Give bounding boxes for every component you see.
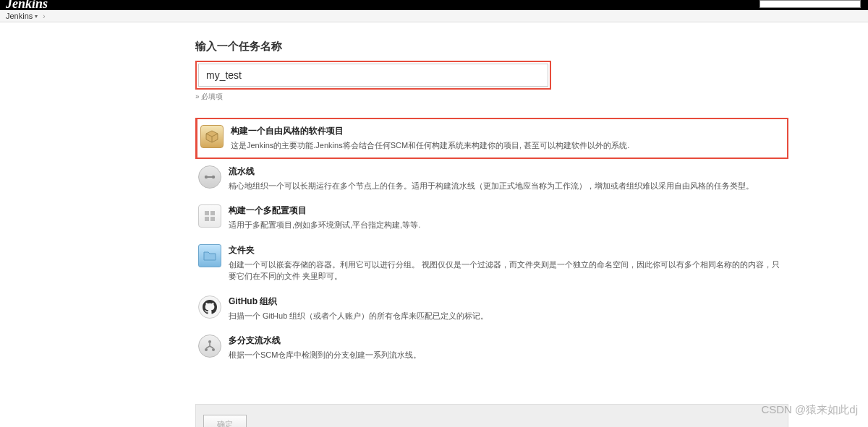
breadcrumb-separator: ›	[43, 12, 45, 20]
footer-bar: 确定	[195, 404, 788, 428]
pipeline-icon	[198, 165, 221, 189]
ok-button[interactable]: 确定	[203, 415, 247, 428]
item-title: 多分支流水线	[229, 335, 786, 347]
svg-rect-3	[205, 211, 209, 215]
github-icon	[198, 296, 221, 319]
svg-rect-2	[206, 176, 213, 178]
item-folder[interactable]: 文件夹 创建一个可以嵌套存储的容器。利用它可以进行分组。 视图仅仅是一个过滤器，…	[195, 238, 788, 289]
item-title: 构建一个自由风格的软件项目	[231, 125, 784, 137]
required-hint: » 必填项	[195, 92, 788, 102]
svg-rect-6	[210, 217, 215, 221]
main-content: 输入一个任务名称 » 必填项 构建一个自由风格的软件项目 这是Jenkins的主…	[65, 40, 803, 427]
item-type-list: 构建一个自由风格的软件项目 这是Jenkins的主要功能.Jenkins将会结合…	[195, 118, 788, 368]
svg-point-7	[208, 340, 211, 343]
item-desc: 精心地组织一个可以长期运行在多个节点上的任务。适用于构建流水线（更加正式地应当称…	[229, 180, 786, 192]
item-title: 文件夹	[229, 244, 786, 256]
search-input[interactable]	[760, 0, 861, 8]
multibranch-icon	[198, 335, 221, 358]
item-freestyle[interactable]: 构建一个自由风格的软件项目 这是Jenkins的主要功能.Jenkins将会结合…	[195, 118, 788, 159]
item-multiconfig[interactable]: 构建一个多配置项目 适用于多配置项目,例如多环境测试,平台指定构建,等等.	[195, 198, 788, 238]
item-title: GitHub 组织	[229, 296, 786, 308]
page-title: 输入一个任务名称	[195, 40, 788, 53]
item-title: 流水线	[229, 165, 786, 178]
top-header: Jenkins	[0, 0, 868, 10]
svg-point-8	[205, 348, 208, 351]
svg-point-9	[212, 348, 215, 351]
item-desc: 这是Jenkins的主要功能.Jenkins将会结合任何SCM和任何构建系统来构…	[231, 139, 784, 152]
item-name-input[interactable]	[198, 64, 548, 87]
folder-icon	[198, 244, 221, 267]
jenkins-logo[interactable]: Jenkins	[6, 0, 48, 10]
name-input-highlight	[195, 61, 551, 90]
watermark: CSDN @猿来如此dj	[761, 403, 858, 417]
item-multibranch[interactable]: 多分支流水线 根据一个SCM仓库中检测到的分支创建一系列流水线。	[195, 328, 788, 368]
freestyle-icon	[200, 125, 224, 148]
item-github-org[interactable]: GitHub 组织 扫描一个 GitHub 组织（或者个人账户）的所有仓库来匹配…	[195, 289, 788, 329]
item-desc: 根据一个SCM仓库中检测到的分支创建一系列流水线。	[229, 349, 786, 361]
breadcrumb: Jenkins ▾ ›	[0, 10, 868, 22]
item-desc: 创建一个可以嵌套存储的容器。利用它可以进行分组。 视图仅仅是一个过滤器，而文件夹…	[229, 259, 786, 282]
item-title: 构建一个多配置项目	[229, 204, 786, 217]
item-desc: 扫描一个 GitHub 组织（或者个人账户）的所有仓库来匹配已定义的标记。	[229, 310, 786, 322]
multiconfig-icon	[198, 204, 221, 228]
svg-rect-5	[205, 217, 209, 221]
item-pipeline[interactable]: 流水线 精心地组织一个可以长期运行在多个节点上的任务。适用于构建流水线（更加正式…	[195, 159, 788, 199]
chevron-down-icon[interactable]: ▾	[35, 13, 38, 20]
item-desc: 适用于多配置项目,例如多环境测试,平台指定构建,等等.	[229, 219, 786, 231]
svg-rect-4	[210, 211, 215, 215]
breadcrumb-root[interactable]: Jenkins ▾	[6, 12, 40, 20]
breadcrumb-root-label: Jenkins	[6, 12, 33, 20]
